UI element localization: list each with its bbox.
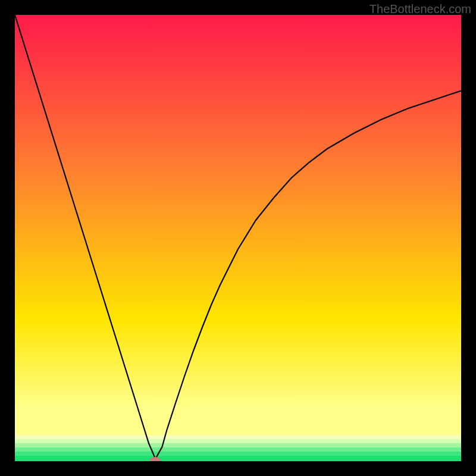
- watermark-text: TheBottleneck.com: [369, 2, 471, 16]
- bottleneck-curve: [15, 15, 461, 461]
- chart-frame: [15, 15, 461, 461]
- marker-dot: [150, 457, 161, 462]
